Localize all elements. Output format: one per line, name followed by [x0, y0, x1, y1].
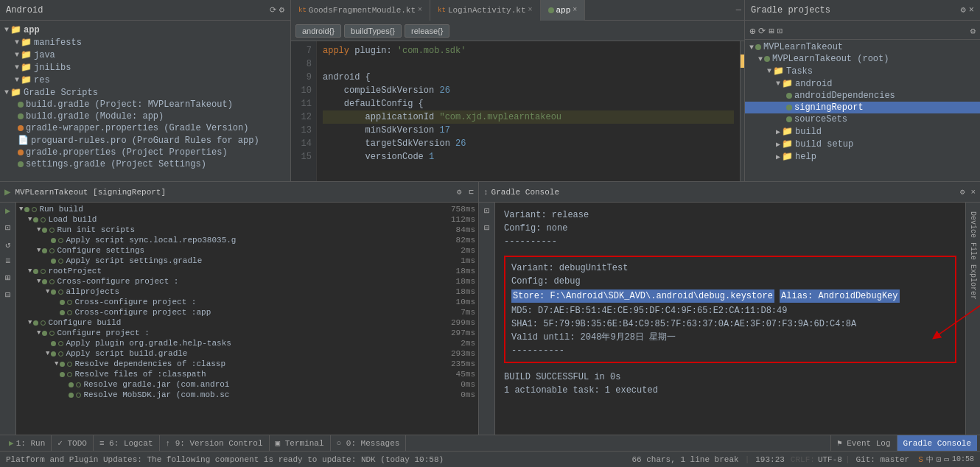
tree-item-gradle-properties[interactable]: gradle.properties (Project Properties)	[0, 147, 290, 158]
build-configure-project-time: 297ms	[451, 329, 475, 337]
gradle-tree-signing-report[interactable]: signingReport	[745, 102, 980, 113]
tree-item-gradle-wrapper[interactable]: gradle-wrapper.properties (Gradle Versio…	[0, 122, 290, 134]
build-row-load-build[interactable]: ▼ Load build 112ms	[16, 214, 478, 225]
build-row-configure-settings[interactable]: ▼ Configure settings 2ms	[16, 245, 478, 256]
gradle-tree-build[interactable]: ▶ 📁 build	[745, 125, 980, 138]
tree-item-res[interactable]: ▼ 📁 res	[0, 74, 290, 86]
tree-proguard-label: proguard-rules.pro (ProGuard Rules for a…	[31, 136, 259, 146]
tree-item-gradle-scripts[interactable]: ▼ 📁 Gradle Scripts	[0, 86, 290, 99]
gradle-close-icon[interactable]: ×	[969, 5, 974, 15]
btab-messages[interactable]: ○ 0: Messages	[331, 435, 407, 452]
btab-event-log[interactable]: ⚑ Event Log	[830, 435, 897, 452]
sync-icon[interactable]: ⟳	[270, 5, 276, 15]
stop-icon[interactable]: ⊡	[5, 222, 10, 234]
build-row-cross-configure2[interactable]: ▼ Cross-configure project : 10ms	[16, 297, 478, 307]
console-config-debug: Config: debug	[511, 275, 949, 288]
btab-todo[interactable]: ✓ TODO	[52, 435, 94, 452]
android-block-btn[interactable]: android{}	[295, 24, 341, 38]
build-row-resolve-deps[interactable]: ▼ Resolve dependencies of :classp 235ms	[16, 359, 478, 369]
btab-run[interactable]: ▶ 1: Run	[3, 435, 52, 452]
build-row-run-build[interactable]: ▼ Run build 758ms	[16, 204, 478, 214]
tree-item-proguard[interactable]: 📄 proguard-rules.pro (ProGuard Rules for…	[0, 134, 290, 147]
tree-item-settings-gradle[interactable]: settings.gradle (Project Settings)	[0, 158, 290, 170]
gradle-tree-help[interactable]: ▶ 📁 help	[745, 150, 980, 163]
settings-icon-left[interactable]: ⚙	[279, 4, 284, 15]
release-btn[interactable]: release{}	[405, 24, 449, 38]
build-panel-settings-icon[interactable]: ⚙	[457, 187, 462, 197]
build-rootproject-label: rootProject	[48, 267, 102, 275]
build-row-configure-build[interactable]: ▼ Configure build 299ms	[16, 317, 478, 328]
build-row-allprojects[interactable]: ▼ allprojects 18ms	[16, 287, 478, 297]
android-label: Android	[6, 5, 43, 15]
run-icon[interactable]: ▶	[4, 186, 10, 198]
build-row-cross-configure-app[interactable]: ▼ Cross-configure project :app 7ms	[16, 307, 478, 317]
build-row-configure-project[interactable]: ▼ Configure project : 297ms	[16, 328, 478, 338]
console-scroll-bottom-icon[interactable]: ⊟	[484, 222, 489, 234]
tree-build-gradle-module-label: build.gradle (Module: app)	[26, 111, 164, 122]
build-row-cross-configure[interactable]: ▼ Cross-configure project : 18ms	[16, 276, 478, 287]
btab-terminal[interactable]: ▣ Terminal	[270, 435, 331, 452]
btab-version-control[interactable]: ↑ 9: Version Control	[160, 435, 270, 452]
build-row-apply-sync[interactable]: ▼ Apply script sync.local.repo38035.g 82…	[16, 235, 478, 245]
console-scroll-top-icon[interactable]: ⊡	[484, 206, 489, 217]
build-types-btn[interactable]: buildTypes{}	[344, 24, 402, 38]
gradle-filter-icon[interactable]: ⊞	[769, 26, 774, 37]
tree-item-build-gradle-project[interactable]: build.gradle (Project: MVPLearnTakeout)	[0, 99, 290, 110]
console-debug-box: Variant: debugUnitTest Config: debug Sto…	[504, 256, 956, 363]
build-row-apply-plugin-help[interactable]: ▼ Apply plugin org.gradle.help-tasks 2ms	[16, 338, 478, 348]
tree-item-manifests[interactable]: ▼ 📁 manifests	[0, 36, 290, 49]
tree-item-jnilibs[interactable]: ▼ 📁 jniLibs	[0, 61, 290, 74]
build-row-resolve-mobsdk[interactable]: ▼ Resolve MobSDK.jar (com.mob.sc 0ms	[16, 390, 478, 400]
gradle-tree-mvplearntakeout[interactable]: ▼ MVPLearnTakeout	[745, 41, 980, 53]
tree-item-build-gradle-module[interactable]: build.gradle (Module: app)	[0, 110, 290, 122]
build-resolve-mobsdk-label: Resolve MobSDK.jar (com.mob.sc	[83, 390, 229, 399]
gradle-tree-android-deps[interactable]: androidDependencies	[745, 90, 980, 102]
rerun-icon[interactable]: ↺	[5, 239, 10, 250]
tab-login-close[interactable]: ×	[528, 6, 533, 14]
tree-item-app[interactable]: ▼ 📁 app	[0, 24, 290, 36]
gradle-add-icon[interactable]: ⊕	[749, 25, 755, 38]
gradle-tree-sourcesets[interactable]: sourceSets	[745, 113, 980, 125]
filter-icon[interactable]: ≡	[5, 256, 10, 267]
tab-app[interactable]: app ×	[541, 0, 586, 21]
btab-run-label: 1: Run	[16, 439, 46, 448]
build-row-rootproject[interactable]: ▼ rootProject 18ms	[16, 266, 478, 276]
build-row-resolve-gradle-jar[interactable]: ▼ Resolve gradle.jar (com.androi 0ms	[16, 379, 478, 390]
gradle-tree-build-setup[interactable]: ▶ 📁 build setup	[745, 138, 980, 150]
btab-logcat[interactable]: ≡ 6: Logcat	[94, 435, 160, 452]
status-network-icon[interactable]: ⊡	[937, 454, 942, 464]
build-panel-pin-icon[interactable]: ⊏	[469, 187, 474, 197]
play-icon[interactable]: ▶	[5, 206, 10, 217]
close-all-icon[interactable]: —	[733, 5, 744, 15]
gradle-tree-mvplearntakeout-root[interactable]: ▼ MVPLearnTakeout (root)	[745, 53, 980, 65]
collapse-all-icon[interactable]: ⊟	[5, 289, 10, 301]
build-row-apply-build-gradle[interactable]: ▼ Apply script build.gradle 293ms	[16, 348, 478, 359]
tab-app-close[interactable]: ×	[573, 6, 577, 14]
gradle-projects-title: Gradle projects	[751, 5, 961, 15]
btab-terminal-label: ▣ Terminal	[276, 438, 324, 448]
status-zh-icon[interactable]: 中	[926, 454, 934, 465]
build-row-apply-settings[interactable]: ▼ Apply script settings.gradle 1ms	[16, 256, 478, 266]
btab-gradle-console[interactable]: Gradle Console	[897, 435, 977, 452]
code-editor[interactable]: apply plugin: 'com.mob.sdk' android { co…	[317, 41, 740, 181]
tab-goods-close[interactable]: ×	[418, 6, 422, 14]
tab-goods[interactable]: kt GoodsFragmentMoudle.kt ×	[291, 0, 430, 21]
status-flag-icon[interactable]: S	[918, 455, 923, 464]
gradle-settings-icon[interactable]: ⚙	[961, 4, 966, 15]
console-settings-icon[interactable]: ⚙	[960, 187, 965, 197]
tab-login[interactable]: kt LoginActivity.kt ×	[430, 0, 540, 21]
tree-item-java[interactable]: ▼ 📁 java	[0, 49, 290, 61]
console-sync-icon[interactable]: ↕	[483, 188, 489, 197]
device-file-explorer-icon[interactable]: Device File Explorer	[969, 211, 977, 300]
gradle-refresh-icon[interactable]: ⟳	[758, 26, 766, 37]
gradle-panel-settings[interactable]: ⚙	[970, 26, 976, 37]
console-close-icon[interactable]: ×	[970, 188, 976, 197]
gradle-tree-android[interactable]: ▼ 📁 android	[745, 77, 980, 90]
tree-build-gradle-project-label: build.gradle (Project: MVPLearnTakeout)	[26, 99, 233, 110]
gradle-expand-icon[interactable]: ⊡	[777, 26, 783, 37]
gradle-tree-tasks[interactable]: ▼ 📁 Tasks	[745, 65, 980, 77]
expand-all-icon[interactable]: ⊞	[5, 273, 10, 284]
build-row-resolve-files[interactable]: ▼ Resolve files of :classpath 45ms	[16, 369, 478, 379]
build-row-run-init[interactable]: ▼ Run init scripts 84ms	[16, 225, 478, 235]
tree-app-label: app	[24, 25, 40, 35]
